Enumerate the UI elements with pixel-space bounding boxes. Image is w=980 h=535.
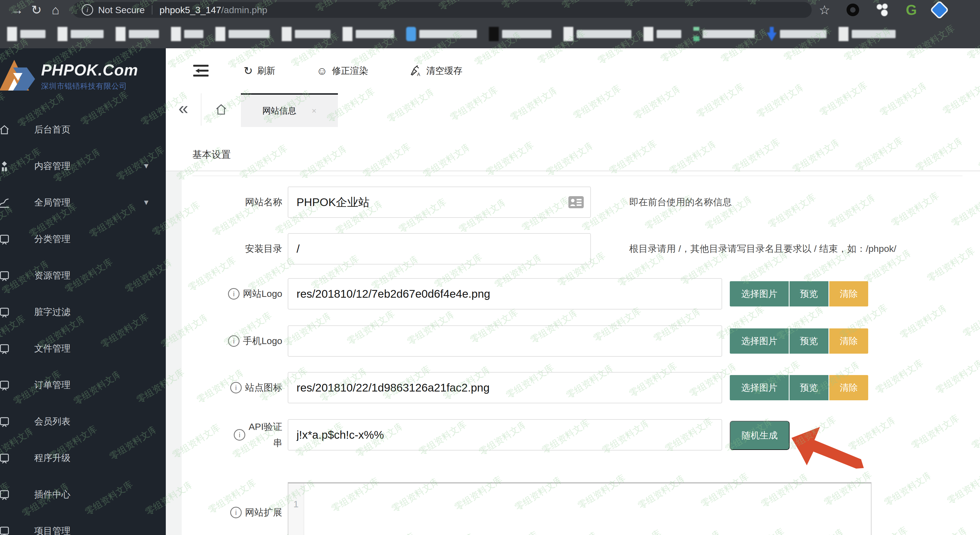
site-icon-input[interactable] xyxy=(288,372,722,403)
window-icon xyxy=(0,416,10,428)
bookmark-item[interactable] xyxy=(7,27,46,41)
bookmark-item[interactable] xyxy=(767,27,827,41)
bookmark-star-icon[interactable]: ☆ xyxy=(819,2,830,17)
bookmark-item[interactable] xyxy=(57,27,103,41)
home-outline-icon xyxy=(215,103,228,116)
clear-cache-button[interactable]: A 清空缓存 xyxy=(409,64,462,77)
tabs-back-icon[interactable] xyxy=(166,93,201,126)
preview-button[interactable]: 预览 xyxy=(789,281,829,307)
refresh-button[interactable]: ↻ 刷新 xyxy=(243,64,275,77)
page-info-icon[interactable]: i xyxy=(82,4,93,16)
sidebar-item-files[interactable]: 文件管理 xyxy=(0,330,166,367)
chevron-down-icon xyxy=(143,162,150,170)
address-bar[interactable]: i Not Secure phpok5_3_147 /admin.php xyxy=(72,2,812,18)
logo-title: PHPOK.Com xyxy=(41,61,138,79)
choose-image-button[interactable]: 选择图片 xyxy=(730,375,789,400)
bookmark-item[interactable] xyxy=(215,27,270,41)
help-text: 即在前台使用的名称信息 xyxy=(629,187,732,218)
window-icon xyxy=(0,489,10,501)
browser-toolbar: → ↻ ⌂ i Not Secure phpok5_3_147 /admin.p… xyxy=(0,0,980,20)
row-site-ext: i 网站扩展 1 xyxy=(166,482,872,535)
bookmark-item[interactable] xyxy=(563,27,632,41)
sidebar-item-badwords[interactable]: 脏字过滤 xyxy=(0,294,166,330)
preview-button[interactable]: 预览 xyxy=(789,375,829,400)
admin-sidebar: PHPOK.Com 深圳市锟铻科技有限公司 后台首页 内容管理 全局管理 分类管… xyxy=(0,48,166,535)
row-site-name: 网站名称 即在前台使用的名称信息 xyxy=(166,187,732,218)
window-icon xyxy=(0,525,10,535)
reload-icon[interactable]: ↻ xyxy=(27,0,46,20)
content-icon xyxy=(0,160,10,172)
install-dir-input[interactable] xyxy=(288,233,591,265)
bookmark-item[interactable] xyxy=(282,27,331,41)
tab-home-button[interactable] xyxy=(201,93,242,126)
extension-gem-icon[interactable] xyxy=(931,2,947,18)
bookmark-item[interactable] xyxy=(171,27,204,41)
line-number: 1 xyxy=(288,484,304,535)
sidebar-item-upgrade[interactable]: 程序升级 xyxy=(0,440,166,476)
clear-button[interactable]: 清除 xyxy=(829,281,868,307)
clear-button[interactable]: 清除 xyxy=(829,328,868,354)
sidebar-item-orders[interactable]: 订单管理 xyxy=(0,367,166,403)
window-icon xyxy=(0,306,10,318)
logo: PHPOK.Com 深圳市锟铻科技有限公司 xyxy=(0,48,166,99)
refresh-icon: ↻ xyxy=(243,64,253,77)
home-icon[interactable]: ⌂ xyxy=(46,0,65,20)
info-icon[interactable]: i xyxy=(228,335,240,347)
random-generate-button[interactable]: 随机生成 xyxy=(730,421,789,450)
admin-toolbar: ↻ 刷新 ☺ 修正渲染 A 清空缓存 xyxy=(166,48,980,93)
preview-button[interactable]: 预览 xyxy=(789,328,829,354)
logo-subtitle: 深圳市锟铻科技有限公司 xyxy=(41,81,138,91)
bookmark-item[interactable] xyxy=(116,27,159,41)
api-token-input[interactable] xyxy=(288,419,722,450)
section-title: 基本设置 xyxy=(192,148,231,161)
row-install-dir: 安装目录 根目录请用 /，其他目录请写目录名且要求以 / 结束，如：/phpok… xyxy=(166,233,896,265)
sidebar-item-category[interactable]: 分类管理 xyxy=(0,221,166,257)
mobile-logo-input[interactable] xyxy=(288,326,722,357)
info-icon[interactable]: i xyxy=(234,429,245,441)
row-api-token: i API验证 串 随机生成 xyxy=(166,419,789,450)
global-icon xyxy=(0,197,10,209)
sidebar-item-members[interactable]: 会员列表 xyxy=(0,403,166,440)
info-icon[interactable]: i xyxy=(230,382,242,393)
bookmark-item[interactable] xyxy=(838,27,896,41)
site-ext-editor[interactable]: 1 xyxy=(288,482,872,535)
extension-g-icon[interactable]: G xyxy=(906,3,917,16)
bookmark-item[interactable] xyxy=(406,27,477,41)
sidebar-item-global[interactable]: 全局管理 xyxy=(0,184,166,221)
red-annotation-arrow xyxy=(789,426,866,476)
url-path: /admin.php xyxy=(221,5,267,15)
info-icon[interactable]: i xyxy=(230,507,242,518)
extension-circle-icon[interactable] xyxy=(846,3,859,16)
window-icon xyxy=(0,379,10,391)
extensions-row: G xyxy=(846,3,945,16)
bookmark-item[interactable] xyxy=(694,27,755,41)
site-logo-input[interactable] xyxy=(288,278,722,310)
window-icon xyxy=(0,270,10,282)
bookmark-item[interactable] xyxy=(342,27,394,41)
choose-image-button[interactable]: 选择图片 xyxy=(730,281,789,307)
chevron-down-icon xyxy=(143,198,150,207)
window-icon xyxy=(0,343,10,355)
divider xyxy=(166,171,980,171)
sidebar-item-resource[interactable]: 资源管理 xyxy=(0,257,166,294)
sidebar-item-plugins[interactable]: 插件中心 xyxy=(0,476,166,513)
fix-render-button[interactable]: ☺ 修正渲染 xyxy=(317,65,368,77)
sidebar-item-projects[interactable]: 项目管理 xyxy=(0,513,166,535)
extension-dots-icon[interactable] xyxy=(876,3,889,16)
close-icon[interactable] xyxy=(312,106,317,115)
tab-site-info[interactable]: 网站信息 xyxy=(241,93,338,127)
bookmark-item[interactable] xyxy=(643,27,681,41)
forward-icon[interactable]: → xyxy=(8,0,27,20)
collapse-sidebar-icon[interactable] xyxy=(193,65,208,77)
choose-image-button[interactable]: 选择图片 xyxy=(730,328,789,354)
bookmark-item[interactable] xyxy=(489,27,551,41)
info-icon[interactable]: i xyxy=(228,288,240,300)
row-site-icon: i 站点图标 选择图片 预览 清除 xyxy=(166,372,868,403)
sidebar-item-content[interactable]: 内容管理 xyxy=(0,148,166,184)
clear-button[interactable]: 清除 xyxy=(829,375,868,400)
security-label: Not Secure xyxy=(98,5,145,15)
site-name-input[interactable] xyxy=(288,187,591,218)
window-icon xyxy=(0,233,10,245)
sidebar-item-dashboard[interactable]: 后台首页 xyxy=(0,112,166,148)
contact-card-icon[interactable] xyxy=(568,196,584,208)
